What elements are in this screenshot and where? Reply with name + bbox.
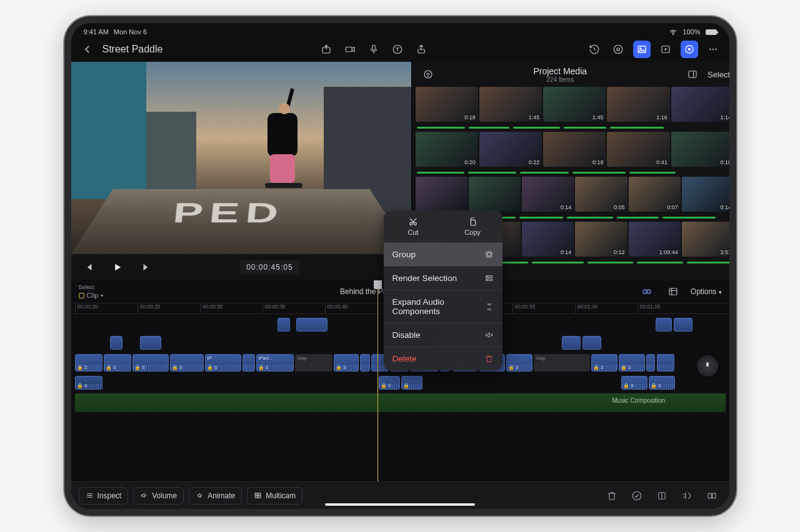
ctx-group[interactable]: Group: [384, 243, 502, 267]
check-icon[interactable]: [627, 486, 647, 506]
svg-point-9: [639, 47, 641, 49]
media-thumb[interactable]: [416, 177, 468, 212]
thumb-row: 0:140:050:070:14: [416, 177, 734, 212]
inspector-icon[interactable]: [681, 41, 698, 58]
next-frame-icon[interactable]: [138, 259, 155, 276]
media-thumb[interactable]: 0:18: [416, 87, 478, 122]
ruler-tick: 00:00:55: [512, 303, 536, 313]
trim-tool-icon[interactable]: [677, 486, 697, 506]
thumb-duration: 1:16: [656, 114, 668, 121]
svg-rect-23: [258, 493, 261, 495]
media-thumb[interactable]: 0:20: [416, 132, 478, 167]
media-thumb[interactable]: 1:14: [671, 87, 734, 122]
media-thumb[interactable]: [469, 177, 521, 212]
ruler-tick: 00:00:30: [200, 303, 223, 313]
multicam-button[interactable]: Multicam: [247, 487, 302, 505]
ruler-tick: 00:00:35: [262, 303, 286, 313]
play-button[interactable]: [109, 259, 126, 276]
export-icon[interactable]: [318, 41, 335, 58]
import-icon[interactable]: [657, 41, 674, 58]
svg-rect-29: [712, 493, 715, 498]
context-menu: Cut Copy GroupRender SelectionExpand Aud…: [384, 210, 502, 370]
status-date: Mon Nov 6: [114, 28, 147, 36]
ruler-tick: 00:00:20: [75, 303, 98, 313]
viewer-canvas[interactable]: PED: [71, 62, 411, 254]
media-browser-icon[interactable]: [633, 41, 651, 58]
media-thumb[interactable]: 0:12: [575, 222, 627, 257]
layout-icon[interactable]: [684, 66, 701, 83]
media-thumb[interactable]: 0:14: [522, 177, 574, 212]
clip-mode[interactable]: Clip ▾: [79, 292, 104, 299]
media-thumb[interactable]: 0:18: [543, 132, 606, 167]
filter-icon[interactable]: [419, 66, 437, 83]
thumb-duration: 0:22: [529, 159, 540, 165]
thumb-duration: 0:18: [721, 159, 732, 165]
ctx-expand[interactable]: Expand Audio Components: [384, 290, 502, 323]
thumb-duration: 1:09:44: [659, 249, 678, 255]
back-button[interactable]: [79, 41, 96, 58]
cut-action[interactable]: Cut: [384, 210, 443, 242]
media-thumb[interactable]: 1:16: [607, 87, 669, 122]
thumb-duration: 0:12: [614, 249, 625, 255]
timeline-index-icon[interactable]: [664, 283, 682, 300]
svg-rect-33: [486, 252, 492, 257]
media-thumb[interactable]: 3:51: [682, 222, 734, 257]
home-indicator[interactable]: [325, 503, 475, 506]
share-icon[interactable]: [412, 41, 430, 58]
media-thumb[interactable]: 0:14: [682, 177, 734, 212]
ruler-tick: 00:00:40: [325, 303, 348, 313]
media-thumb[interactable]: 1:09:44: [629, 222, 681, 257]
battery-percent: 100%: [682, 28, 700, 36]
battery-icon: [706, 29, 717, 35]
media-thumb[interactable]: 0:22: [479, 132, 542, 167]
timeline-title: Behind the Paddle: [111, 287, 630, 296]
ruler-tick: 00:00:25: [138, 303, 161, 313]
ruler-tick: 00:01:00: [575, 303, 598, 313]
timeline-select-label: Select: [79, 284, 104, 290]
history-icon[interactable]: [586, 41, 603, 58]
svg-point-14: [712, 49, 713, 50]
inspect-button[interactable]: Inspect: [79, 487, 129, 505]
thumb-duration: 0:14: [561, 204, 572, 210]
ctx-delete[interactable]: Delete: [384, 347, 502, 370]
blade-tool-icon[interactable]: [702, 486, 722, 506]
timecode-display[interactable]: 00:00:45:05: [240, 260, 299, 274]
thumb-duration: 0:05: [614, 204, 625, 210]
media-thumb[interactable]: 1:45: [479, 87, 542, 122]
select-button[interactable]: Select: [708, 70, 730, 79]
project-title: Street Paddle: [102, 44, 163, 55]
thumb-duration: 1:45: [592, 114, 604, 121]
ctx-disable[interactable]: Disable: [384, 323, 502, 347]
media-thumb[interactable]: 0:18: [671, 132, 734, 167]
thumb-duration: 0:14: [561, 249, 572, 255]
svg-rect-2: [346, 47, 352, 52]
music-track[interactable]: Music Composition: [75, 393, 726, 412]
jog-wheel[interactable]: [697, 355, 718, 377]
ctx-render[interactable]: Render Selection: [384, 267, 502, 290]
media-thumb[interactable]: 0:14: [522, 222, 574, 257]
viewer-overlay-text: PED: [171, 198, 286, 229]
media-thumb[interactable]: 0:07: [629, 177, 681, 212]
svg-rect-22: [255, 493, 258, 495]
prev-frame-icon[interactable]: [80, 259, 98, 276]
thumb-duration: 0:18: [592, 159, 604, 165]
copy-action[interactable]: Copy: [443, 210, 502, 242]
more-icon[interactable]: [704, 41, 722, 58]
effects-icon[interactable]: [609, 41, 627, 58]
voiceover-icon[interactable]: [365, 41, 382, 58]
snap-icon[interactable]: [638, 283, 656, 300]
playhead[interactable]: [378, 280, 378, 481]
animate-button[interactable]: Animate: [189, 487, 242, 505]
position-tool-icon[interactable]: [652, 486, 672, 506]
titles-icon[interactable]: [389, 41, 406, 58]
media-thumb[interactable]: 0:05: [575, 177, 627, 212]
trash-icon[interactable]: [602, 486, 622, 506]
options-button[interactable]: Options ▾: [691, 287, 722, 296]
media-thumb[interactable]: 0:41: [607, 132, 669, 167]
volume-button[interactable]: Volume: [133, 487, 184, 505]
wifi-icon: [669, 27, 678, 37]
svg-rect-21: [706, 362, 709, 367]
camera-icon[interactable]: [341, 41, 359, 58]
media-thumb[interactable]: 1:45: [543, 87, 606, 122]
ruler-tick: 00:01:05: [638, 303, 661, 313]
